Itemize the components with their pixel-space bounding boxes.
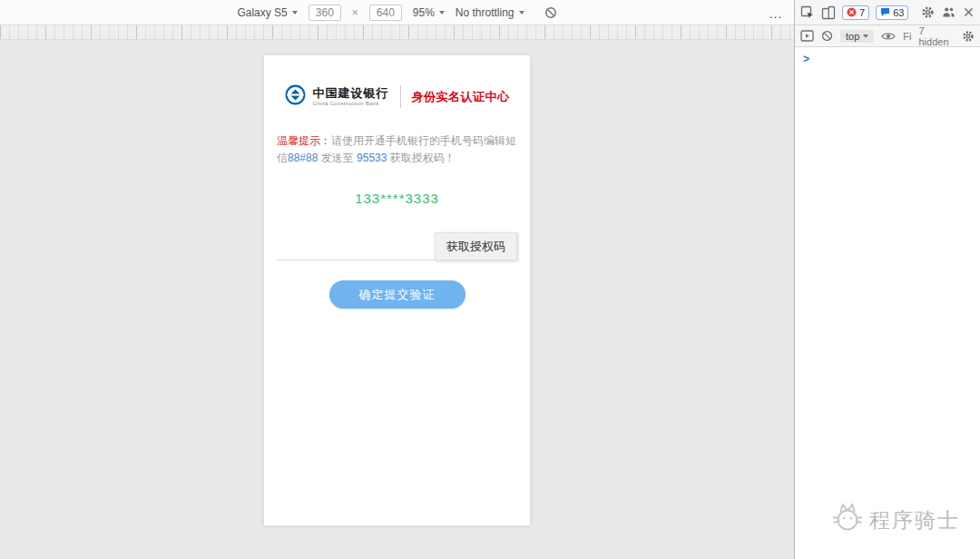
console-settings-gear-icon[interactable] <box>962 30 975 43</box>
tip-sms-code: 88#88 <box>288 152 318 164</box>
tip-body-2: 发送至 <box>318 152 357 164</box>
submit-row: 确定提交验证 <box>264 280 530 309</box>
chevron-down-icon <box>439 11 445 15</box>
bank-name-en: China Construction Bank <box>313 101 389 107</box>
bank-name-block: 中国建设银行 China Construction Bank <box>313 87 389 107</box>
throttling-select[interactable]: No throttling <box>456 6 524 19</box>
submit-button[interactable]: 确定提交验证 <box>329 280 466 309</box>
auth-code-row: 获取授权码 <box>277 230 517 260</box>
issue-icon <box>880 7 890 17</box>
eye-icon[interactable] <box>881 31 896 42</box>
console-body[interactable]: > <box>795 47 980 559</box>
watermark-text: 程序骑士 <box>869 506 960 534</box>
viewport-width-input[interactable] <box>309 5 341 21</box>
clear-console-icon[interactable] <box>821 30 833 42</box>
people-icon[interactable] <box>942 5 956 19</box>
tip-body-3: 获取授权码！ <box>387 152 455 164</box>
device-select[interactable]: Galaxy S5 <box>237 6 297 19</box>
page-header: 中国建设银行 China Construction Bank 身份实名认证中心 <box>264 84 530 109</box>
device-emulation-area: Galaxy S5 × 95% No throttling … <box>0 0 794 559</box>
device-toolbar: Galaxy S5 × 95% No throttling … <box>0 0 794 25</box>
console-prompt[interactable]: > <box>803 53 809 65</box>
inspect-element-icon[interactable] <box>800 5 815 20</box>
chevron-down-icon <box>863 34 868 38</box>
devtools-panel: 7 63 <box>794 0 980 559</box>
throttling-select-label: No throttling <box>456 6 514 19</box>
error-count: 7 <box>859 7 865 18</box>
ccb-logo-icon <box>285 84 306 109</box>
block-icon[interactable] <box>544 6 557 19</box>
browser-window: Galaxy S5 × 95% No throttling … <box>0 0 980 559</box>
horizontal-ruler <box>0 25 794 40</box>
emulated-page: 中国建设银行 China Construction Bank 身份实名认证中心 … <box>264 55 530 525</box>
chevron-down-icon <box>519 11 524 15</box>
device-select-label: Galaxy S5 <box>237 6 287 19</box>
device-toolbar-toggle-icon[interactable] <box>821 5 836 20</box>
console-context-label: top <box>846 31 859 42</box>
bank-name: 中国建设银行 <box>313 87 389 100</box>
watermark: 程序骑士 <box>830 501 960 539</box>
viewport-height-input[interactable] <box>369 5 402 21</box>
console-filter-input[interactable]: Fi <box>903 31 911 42</box>
error-badge[interactable]: 7 <box>842 5 869 20</box>
tip-service-number: 95533 <box>357 152 387 164</box>
cat-logo-icon <box>830 501 865 539</box>
close-devtools-icon[interactable] <box>963 6 975 18</box>
more-options-button[interactable]: … <box>769 0 783 25</box>
zoom-select[interactable]: 95% <box>413 6 445 19</box>
issue-count: 63 <box>893 7 904 18</box>
logo-divider <box>400 85 401 108</box>
tip-text: 温馨提示：请使用开通手机银行的手机号码编辑短信88#88 发送至 95533 获… <box>277 132 517 167</box>
chevron-down-icon <box>292 11 298 15</box>
console-context-select[interactable]: top <box>840 30 874 43</box>
issue-badge[interactable]: 63 <box>876 5 908 20</box>
get-code-button[interactable]: 获取授权码 <box>435 232 517 260</box>
devtools-main-toolbar: 7 63 <box>795 0 980 25</box>
masked-phone-number: 133****3333 <box>264 191 530 206</box>
page-title: 身份实名认证中心 <box>412 89 510 105</box>
console-toolbar: top Fi 7 hidden <box>795 25 980 47</box>
dimension-separator: × <box>352 6 358 19</box>
settings-gear-icon[interactable] <box>921 5 935 19</box>
console-sidebar-icon[interactable] <box>800 30 814 42</box>
hidden-messages-count: 7 hidden <box>918 25 955 47</box>
auth-code-input[interactable] <box>277 234 431 258</box>
device-canvas: 中国建设银行 China Construction Bank 身份实名认证中心 … <box>0 40 794 559</box>
error-icon <box>847 7 857 17</box>
zoom-select-label: 95% <box>413 6 435 19</box>
tip-label: 温馨提示： <box>277 134 331 147</box>
